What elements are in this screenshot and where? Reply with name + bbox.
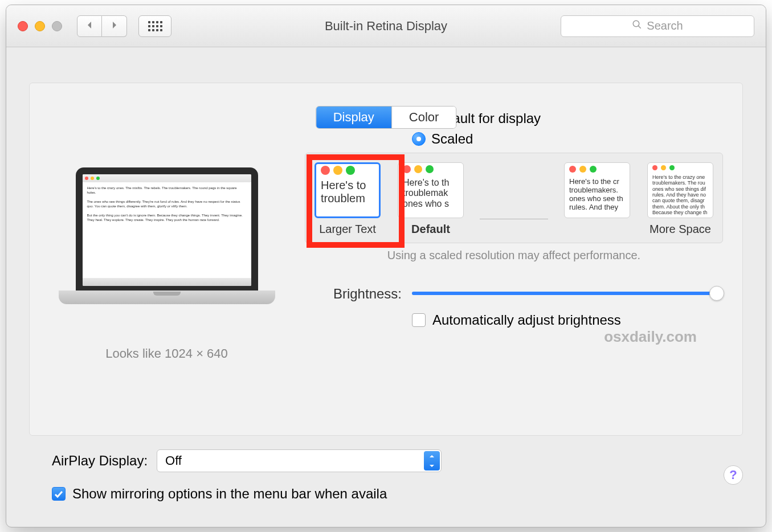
airplay-select[interactable]: Off: [157, 449, 442, 472]
display-preview: Here's to the crazy ones. The misfits. T…: [59, 167, 275, 316]
looks-like-label: Looks like 1024 × 640: [105, 346, 228, 361]
brightness-row: Brightness:: [305, 285, 723, 302]
scale-divider: [480, 219, 548, 219]
minimize-window-button[interactable]: [35, 21, 45, 31]
nav-back-forward: [77, 15, 127, 37]
brightness-label: Brightness:: [305, 285, 402, 302]
search-field[interactable]: Search: [561, 15, 754, 37]
mirroring-row: Show mirroring options in the menu bar w…: [52, 486, 720, 502]
preview-sample-text: Here's to the crazy ones. The misfits. T…: [83, 182, 251, 278]
radio-label: Scaled: [431, 131, 473, 147]
help-icon: ?: [729, 468, 737, 482]
toolbar: Built-in Retina Display Search: [6, 5, 766, 47]
svg-line-1: [639, 26, 642, 28]
display-panel: Here's to the crazy ones. The misfits. T…: [29, 83, 743, 436]
scale-label: More Space: [650, 223, 711, 236]
mirroring-label: Show mirroring options in the menu bar w…: [72, 486, 387, 502]
search-icon: [632, 19, 642, 32]
resolution-scaled-radio[interactable]: Scaled: [412, 131, 541, 147]
search-placeholder: Search: [647, 19, 683, 32]
zoom-window-button[interactable]: [52, 21, 62, 31]
help-button[interactable]: ?: [724, 465, 743, 485]
display-preview-column: Here's to the crazy ones. The misfits. T…: [49, 111, 284, 424]
scaled-performance-note: Using a scaled resolution may affect per…: [305, 249, 723, 262]
radio-icon: [412, 132, 426, 146]
chevron-right-icon: [110, 21, 119, 32]
preferences-window: Built-in Retina Display Search Display C…: [6, 5, 766, 527]
scale-option-more-space[interactable]: Here's to the crazy one troublemakers. T…: [646, 162, 714, 236]
show-all-button[interactable]: [138, 15, 171, 37]
body: Display Color Here's to the crazy ones. …: [6, 83, 766, 502]
auto-brightness-row: Automatically adjust brightness: [412, 312, 723, 328]
scale-thumbnail: Here's to the crazy one troublemakers. T…: [647, 162, 713, 218]
select-stepper-icon: [424, 451, 440, 470]
svg-point-0: [634, 21, 640, 27]
scale-option-default[interactable]: Here's to th troublemak ones who s Defau…: [397, 162, 465, 236]
scaled-resolution-picker: Here's to troublem Larger Text Here's to…: [305, 153, 723, 243]
chevron-left-icon: [85, 21, 94, 32]
scale-thumbnail: Here's to troublem: [314, 162, 381, 218]
mirroring-checkbox[interactable]: [52, 487, 66, 501]
airplay-value: Off: [165, 453, 182, 468]
auto-brightness-label: Automatically adjust brightness: [432, 312, 621, 328]
settings-column: Resolution: Default for display Scaled: [305, 111, 723, 424]
tab-display[interactable]: Display: [316, 107, 391, 128]
back-button[interactable]: [77, 15, 102, 37]
tab-color[interactable]: Color: [391, 107, 456, 128]
scale-label: Default: [411, 223, 450, 236]
airplay-label: AirPlay Display:: [52, 453, 148, 469]
slider-knob[interactable]: [709, 286, 724, 301]
auto-brightness-checkbox[interactable]: [412, 313, 426, 327]
brightness-slider[interactable]: [412, 292, 723, 295]
scale-thumbnail: Here's to th troublemak ones who s: [398, 162, 464, 218]
forward-button[interactable]: [102, 15, 127, 37]
scale-option-larger-text[interactable]: Here's to troublem Larger Text: [313, 162, 382, 236]
close-window-button[interactable]: [18, 21, 28, 31]
scale-option-3[interactable]: Here's to the cr troublemakers. ones who…: [563, 162, 631, 218]
bottom-controls: AirPlay Display: Off Show mirroring opti…: [29, 436, 743, 502]
window-controls: [18, 21, 62, 31]
grid-icon: [148, 21, 162, 31]
scale-thumbnail: Here's to the cr troublemakers. ones who…: [564, 162, 630, 218]
airplay-row: AirPlay Display: Off: [52, 449, 720, 472]
tab-bar: Display Color: [316, 106, 457, 129]
scale-label: Larger Text: [319, 223, 376, 236]
